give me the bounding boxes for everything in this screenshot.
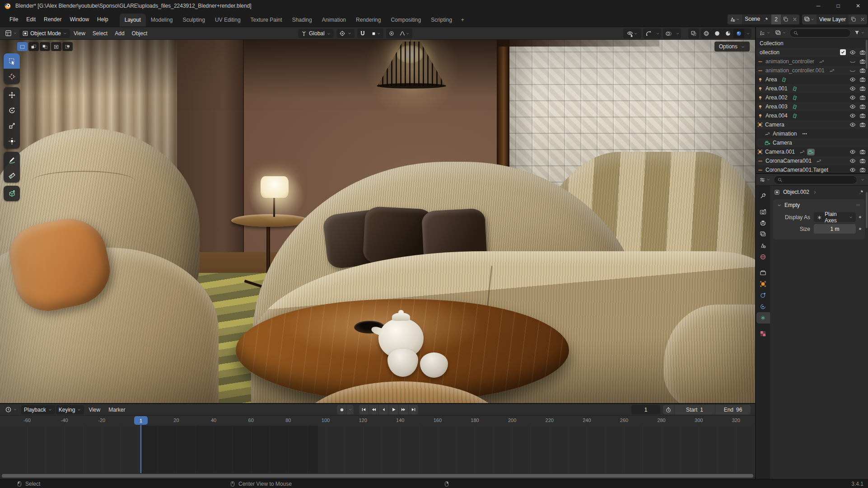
remove-view-layer-button[interactable]	[858, 14, 867, 24]
menu-file[interactable]: File	[5, 14, 22, 24]
light-data-slot[interactable]	[781, 76, 787, 83]
hide-viewport-toggle[interactable]	[849, 167, 856, 173]
jump-last-button[interactable]	[409, 405, 418, 414]
outliner-row[interactable]: Area.004	[756, 111, 868, 120]
outliner-row[interactable]: Area.001	[756, 84, 868, 93]
tool-annotate[interactable]	[4, 152, 20, 167]
pivot-point-dropdown[interactable]	[336, 29, 355, 38]
select-mode-subtract[interactable]	[40, 42, 50, 51]
workspace-tab-layout[interactable]: Layout	[120, 14, 146, 27]
tool-rotate[interactable]	[4, 103, 20, 118]
disable-render-toggle[interactable]	[859, 113, 866, 119]
outliner-row[interactable]: Animation	[756, 129, 868, 138]
light-data-slot[interactable]	[792, 85, 798, 92]
xray-toggle[interactable]	[688, 28, 699, 38]
maximize-button[interactable]: □	[828, 0, 848, 12]
playhead[interactable]	[140, 425, 141, 473]
properties-editor-type-dropdown[interactable]	[758, 176, 772, 184]
overlays-toggle[interactable]	[663, 28, 674, 38]
select-mode-extend[interactable]	[28, 42, 39, 51]
outliner-row[interactable]: Area	[756, 75, 868, 84]
outliner-row[interactable]: CoronaCamera001.Target	[756, 165, 868, 173]
end-frame-field[interactable]: End 96	[715, 405, 751, 414]
properties-tab-data[interactable]	[756, 312, 770, 324]
timeline-scrollbar[interactable]	[2, 474, 753, 478]
selectability-visibility-dropdown[interactable]	[623, 28, 641, 38]
workspace-tab-modeling[interactable]: Modeling	[146, 14, 178, 27]
playhead-badge[interactable]: 1	[134, 416, 148, 425]
menu-help[interactable]: Help	[93, 14, 112, 24]
overlays-dropdown[interactable]	[674, 28, 681, 38]
proportional-falloff-dropdown[interactable]	[397, 28, 412, 38]
disable-render-toggle[interactable]	[859, 76, 866, 83]
auto-keying-dropdown[interactable]	[347, 405, 354, 414]
unlink-scene-button[interactable]	[790, 14, 799, 24]
options-button[interactable]: Options	[714, 42, 750, 52]
minimize-button[interactable]: ─	[808, 0, 828, 12]
outliner-row[interactable]: CoronaCamera001	[756, 156, 868, 165]
gizmos-dropdown[interactable]	[654, 28, 661, 38]
menu-window[interactable]: Window	[65, 14, 93, 24]
prev-keyframe-button[interactable]	[369, 405, 378, 414]
workspace-tab-scripting[interactable]: Scripting	[426, 14, 457, 27]
animate-size-dot[interactable]	[859, 228, 861, 230]
workspace-tab-animation[interactable]: Animation	[317, 14, 351, 27]
select-mode-set[interactable]	[17, 42, 28, 51]
menu-edit[interactable]: Edit	[22, 14, 40, 24]
auto-keying-toggle[interactable]	[337, 405, 346, 414]
outliner-row[interactable]: animation_controller	[756, 57, 868, 66]
light-data-slot[interactable]	[792, 103, 798, 110]
empty-panel-header[interactable]: Empty	[773, 199, 865, 211]
outliner-row[interactable]: Area.003	[756, 102, 868, 111]
hide-viewport-toggle-off[interactable]	[849, 58, 856, 65]
disable-render-toggle[interactable]	[859, 103, 866, 110]
disable-render-toggle[interactable]	[859, 149, 866, 155]
jump-first-button[interactable]	[359, 405, 369, 414]
scene-selector[interactable]: Scene 2	[728, 14, 799, 24]
tool-add-cube[interactable]	[4, 186, 20, 201]
timeline-menu-playback[interactable]: Playback	[21, 405, 55, 414]
hide-viewport-toggle[interactable]	[849, 158, 856, 164]
tool-select-box[interactable]	[4, 53, 20, 69]
properties-tab-physics[interactable]	[756, 301, 770, 312]
disable-render-toggle[interactable]	[859, 94, 866, 101]
hide-viewport-toggle[interactable]	[849, 149, 856, 155]
collection-checkbox[interactable]	[840, 49, 846, 55]
properties-tab-view-layer[interactable]	[756, 229, 770, 240]
properties-search-input[interactable]	[774, 175, 857, 184]
outliner-row[interactable]: Collection	[756, 39, 868, 48]
outliner-filter-id-button[interactable]	[774, 29, 788, 37]
properties-scrollbar[interactable]	[866, 192, 868, 228]
light-data-slot[interactable]	[792, 113, 798, 119]
tool-cursor[interactable]	[4, 69, 20, 84]
outliner-filter-button[interactable]	[853, 29, 866, 37]
workspace-tab-shading[interactable]: Shading	[287, 14, 317, 27]
camera-data-selected[interactable]	[807, 149, 815, 155]
tool-move[interactable]	[4, 87, 20, 103]
add-workspace-button[interactable]: +	[457, 14, 468, 27]
outliner-row[interactable]: Area.002	[756, 93, 868, 102]
light-data-slot[interactable]	[792, 94, 798, 101]
outliner-display-mode-dropdown[interactable]	[758, 29, 772, 37]
size-field[interactable]: 1 m	[814, 224, 856, 234]
pin-id-button[interactable]	[858, 189, 864, 195]
timeline-menu-keying[interactable]: Keying	[56, 405, 84, 414]
shading-rendered-button[interactable]	[733, 28, 744, 38]
outliner-scrollbar[interactable]	[866, 40, 868, 69]
outliner-search-input[interactable]	[789, 28, 851, 38]
hide-viewport-toggle[interactable]	[849, 94, 856, 101]
timeline-tracks[interactable]	[0, 426, 755, 473]
hide-viewport-toggle[interactable]	[849, 122, 856, 128]
new-scene-button[interactable]	[781, 14, 790, 24]
pin-icon[interactable]	[763, 17, 769, 23]
hide-viewport-toggle[interactable]	[849, 85, 856, 92]
viewport-menu-view[interactable]: View	[70, 29, 89, 38]
workspace-tab-uv-editing[interactable]: UV Editing	[210, 14, 246, 27]
animate-display-as-dot[interactable]	[859, 216, 861, 218]
timeline-menu-marker[interactable]: Marker	[105, 405, 129, 414]
outliner-row[interactable]: Camera	[756, 138, 868, 147]
properties-tab-render[interactable]	[756, 206, 770, 217]
outliner-row[interactable]: Camera	[756, 120, 868, 129]
view-layer-browse-button[interactable]	[802, 14, 817, 24]
mode-dropdown[interactable]: Object Mode	[19, 29, 70, 38]
